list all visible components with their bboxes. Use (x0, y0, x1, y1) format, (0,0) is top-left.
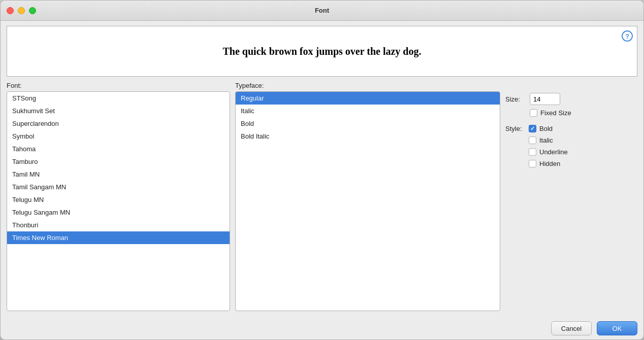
typeface-list-item[interactable]: Bold (236, 117, 500, 130)
minimize-button[interactable] (18, 7, 25, 14)
preview-text: The quick brown fox jumps over the lazy … (223, 46, 422, 57)
preview-area: The quick brown fox jumps over the lazy … (7, 26, 637, 77)
close-button[interactable] (7, 7, 14, 14)
fixed-size-label: Fixed Size (540, 109, 571, 117)
font-list-item[interactable]: Tamburo (7, 155, 230, 168)
font-list-container: STSongSukhumvit SetSuperclarendonSymbolT… (7, 91, 230, 311)
size-row: Size: (505, 93, 637, 105)
font-list-item[interactable]: Times New Roman (7, 231, 230, 244)
typeface-list-scroll[interactable]: RegularItalicBoldBold Italic (236, 92, 500, 311)
bold-checkbox[interactable] (529, 125, 536, 132)
italic-checkbox-label: Italic (539, 137, 553, 144)
font-section: Font: STSongSukhumvit SetSuperclarendonS… (7, 82, 230, 311)
font-list-item[interactable]: Tahoma (7, 143, 230, 155)
style-row-bold: Style:Bold (505, 125, 637, 132)
font-list-item[interactable]: Telugu MN (7, 193, 230, 206)
style-row-hidden: Hidden (505, 160, 637, 167)
underline-checkbox-label: Underline (539, 148, 568, 156)
font-list-item[interactable]: Symbol (7, 130, 230, 143)
main-content: Font: STSongSukhumvit SetSuperclarendonS… (1, 82, 643, 317)
typeface-list-item[interactable]: Italic (236, 105, 500, 117)
ok-button[interactable]: OK (597, 321, 637, 335)
font-dialog: Font The quick brown fox jumps over the … (0, 0, 644, 340)
font-list-item[interactable]: Superclarendon (7, 117, 230, 130)
window-title: Font (315, 7, 329, 14)
font-list-item[interactable]: Thonburi (7, 219, 230, 231)
font-list-item[interactable]: Tamil Sangam MN (7, 181, 230, 193)
font-list-item[interactable]: STSong (7, 92, 230, 105)
typeface-section-label: Typeface: (235, 82, 500, 89)
hidden-checkbox[interactable] (529, 160, 536, 167)
style-section: Style:BoldItalicUnderlineHidden (505, 125, 637, 167)
underline-checkbox[interactable] (529, 148, 536, 156)
help-button[interactable]: ? (622, 30, 633, 42)
style-row-underline: Underline (505, 148, 637, 156)
typeface-list-item[interactable]: Regular (236, 92, 500, 105)
maximize-button[interactable] (29, 7, 36, 14)
typeface-list-container: RegularItalicBoldBold Italic (235, 91, 500, 311)
options-section: Size: Fixed Size Style:BoldItalicUnderli… (505, 82, 637, 311)
style-header-label: Style: (505, 125, 526, 132)
typeface-section: Typeface: RegularItalicBoldBold Italic (235, 82, 500, 311)
title-bar: Font (1, 1, 643, 21)
bold-checkbox-label: Bold (539, 125, 553, 132)
font-list-scroll[interactable]: STSongSukhumvit SetSuperclarendonSymbolT… (7, 92, 230, 311)
hidden-checkbox-label: Hidden (539, 160, 560, 167)
font-list-item[interactable]: Tamil MN (7, 168, 230, 181)
font-list-item[interactable]: Telugu Sangam MN (7, 206, 230, 219)
window-controls (7, 7, 36, 14)
cancel-button[interactable]: Cancel (551, 321, 592, 335)
font-section-label: Font: (7, 82, 230, 89)
bottom-buttons: Cancel OK (1, 317, 643, 339)
style-row-italic: Italic (505, 137, 637, 144)
size-input[interactable] (530, 93, 560, 105)
fixed-size-checkbox[interactable] (530, 109, 537, 117)
size-label: Size: (505, 95, 526, 103)
font-list-item[interactable]: Sukhumvit Set (7, 105, 230, 117)
fixed-size-row: Fixed Size (530, 109, 637, 117)
typeface-list-item[interactable]: Bold Italic (236, 130, 500, 143)
italic-checkbox[interactable] (529, 137, 536, 144)
